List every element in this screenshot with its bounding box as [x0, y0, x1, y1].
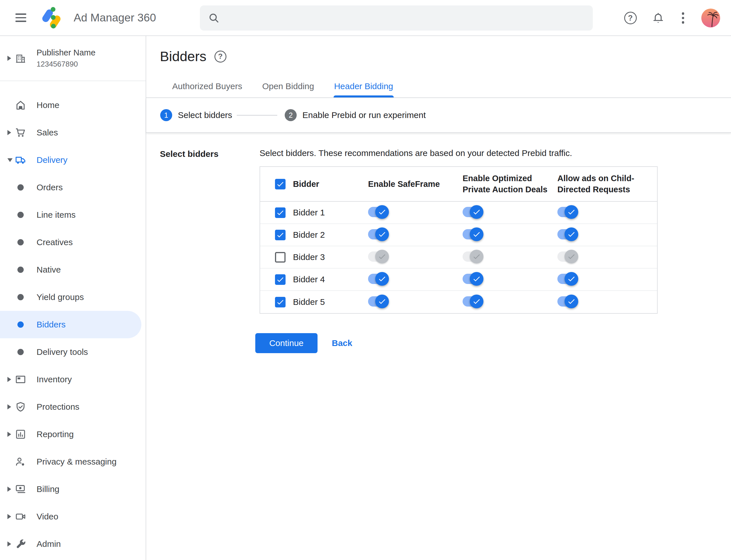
- optimized-deals-toggle[interactable]: [462, 296, 481, 307]
- sidebar-item-line-items[interactable]: Line items: [0, 201, 146, 229]
- step-connector: [237, 115, 277, 116]
- optimized-deals-toggle[interactable]: [462, 229, 481, 239]
- table-header-row: Bidder Enable SafeFrame Enable Optimized…: [260, 167, 657, 202]
- bidder-name: Bidder 5: [293, 297, 325, 307]
- bidders-table: Bidder Enable SafeFrame Enable Optimized…: [260, 166, 658, 314]
- sidebar-item-creatives[interactable]: Creatives: [0, 229, 146, 256]
- row-checkbox[interactable]: [275, 252, 286, 263]
- publisher-building-icon: [14, 52, 27, 65]
- wrench-icon: [14, 538, 27, 550]
- shield-check-icon: [14, 401, 27, 413]
- search-bar[interactable]: [200, 5, 593, 31]
- bullet-icon: [17, 294, 24, 300]
- row-checkbox[interactable]: [275, 274, 286, 285]
- step-2-label: Enable Prebid or run experiment: [303, 110, 426, 120]
- sidebar-item-privacy-messaging[interactable]: Privacy & messaging: [0, 448, 146, 475]
- select-all-checkbox[interactable]: [275, 179, 286, 189]
- child-directed-toggle[interactable]: [557, 229, 576, 239]
- safeframe-toggle[interactable]: [368, 296, 387, 307]
- safeframe-toggle[interactable]: [368, 229, 387, 239]
- row-checkbox[interactable]: [275, 297, 286, 307]
- safeframe-toggle[interactable]: [368, 274, 387, 284]
- row-checkbox[interactable]: [275, 207, 286, 218]
- top-app-bar: Ad Manager 360 ?: [0, 0, 731, 36]
- safeframe-toggle[interactable]: [368, 207, 387, 217]
- sidebar: Publisher Name 1234567890 Home: [0, 36, 146, 560]
- tab-header-bidding[interactable]: Header Bidding: [334, 78, 394, 97]
- expand-arrow-icon: [7, 404, 11, 409]
- child-directed-toggle[interactable]: [557, 207, 576, 217]
- bidder-name: Bidder 4: [293, 275, 325, 284]
- bar-chart-icon: [14, 428, 27, 441]
- expand-arrow-icon: [7, 130, 11, 135]
- row-checkbox[interactable]: [275, 230, 286, 240]
- money-icon: [14, 483, 27, 495]
- page-help-icon[interactable]: ?: [215, 51, 227, 63]
- optimized-deals-toggle[interactable]: [462, 207, 481, 217]
- main-content: Bidders ? Authorized Buyers Open Bidding…: [146, 36, 731, 560]
- bullet-icon: [17, 212, 24, 218]
- safeframe-toggle: [368, 251, 387, 262]
- sidebar-item-video[interactable]: Video: [0, 503, 146, 530]
- menu-hamburger-icon[interactable]: [15, 13, 26, 22]
- back-link[interactable]: Back: [332, 338, 353, 348]
- sidebar-item-delivery[interactable]: Delivery: [0, 146, 146, 174]
- more-options-icon[interactable]: [680, 12, 687, 24]
- truck-icon: [14, 154, 27, 166]
- expand-arrow-icon: [7, 514, 11, 519]
- bullet-icon: [17, 349, 24, 355]
- optimized-deals-toggle: [462, 251, 481, 262]
- column-header-bidder: Bidder: [293, 179, 319, 189]
- avatar[interactable]: [701, 9, 720, 27]
- sidebar-item-admin[interactable]: Admin: [0, 530, 146, 558]
- sidebar-item-inventory[interactable]: Inventory: [0, 366, 146, 393]
- video-camera-icon: [14, 510, 27, 523]
- sidebar-item-protections[interactable]: Protections: [0, 393, 146, 421]
- continue-button[interactable]: Continue: [255, 333, 318, 353]
- column-header-safeframe: Enable SafeFrame: [368, 179, 462, 190]
- inventory-icon: [14, 373, 27, 386]
- publisher-id: 1234567890: [37, 60, 95, 69]
- sidebar-item-yield-groups[interactable]: Yield groups: [0, 283, 146, 311]
- cart-icon: [14, 126, 27, 139]
- step-2-circle: 2: [285, 109, 297, 121]
- search-icon: [208, 12, 220, 24]
- home-icon: [14, 99, 27, 111]
- sidebar-item-orders[interactable]: Orders: [0, 174, 146, 201]
- optimized-deals-toggle[interactable]: [462, 274, 481, 284]
- child-directed-toggle[interactable]: [557, 274, 576, 284]
- sidebar-nav: Home Sales: [0, 81, 146, 558]
- expand-arrow-icon: [7, 56, 11, 61]
- sidebar-item-delivery-tools[interactable]: Delivery tools: [0, 338, 146, 366]
- publisher-name: Publisher Name: [37, 48, 95, 57]
- sidebar-item-reporting[interactable]: Reporting: [0, 421, 146, 448]
- sidebar-item-native[interactable]: Native: [0, 256, 146, 283]
- expand-arrow-icon: [7, 432, 11, 437]
- step-1-circle: 1: [160, 109, 172, 121]
- bidder-name: Bidder 1: [293, 208, 325, 217]
- sidebar-item-bidders[interactable]: Bidders: [0, 311, 141, 338]
- child-directed-toggle[interactable]: [557, 296, 576, 307]
- tab-open-bidding[interactable]: Open Bidding: [262, 78, 315, 97]
- app-title: Ad Manager 360: [74, 11, 156, 24]
- table-row: Bidder 4: [260, 269, 657, 291]
- publisher-selector[interactable]: Publisher Name 1234567890: [0, 36, 146, 81]
- collapse-arrow-icon: [7, 158, 13, 162]
- notifications-bell-icon[interactable]: [652, 11, 665, 25]
- ad-manager-logo: [42, 5, 65, 30]
- step-1-label: Select bidders: [178, 110, 232, 120]
- stepper: 1 Select bidders 2 Enable Prebid or run …: [146, 98, 731, 133]
- bullet-icon: [17, 184, 24, 191]
- section-description: Select bidders. These recommendations ar…: [260, 148, 731, 158]
- sidebar-item-sales[interactable]: Sales: [0, 119, 146, 146]
- sidebar-item-home[interactable]: Home: [0, 91, 146, 119]
- search-input[interactable]: [226, 13, 593, 23]
- tab-authorized-buyers[interactable]: Authorized Buyers: [172, 78, 243, 97]
- expand-arrow-icon: [7, 541, 11, 547]
- table-row: Bidder 2: [260, 224, 657, 246]
- sidebar-item-billing[interactable]: Billing: [0, 475, 146, 503]
- table-row: Bidder 1: [260, 202, 657, 224]
- page-title: Bidders: [160, 49, 207, 64]
- column-header-optimized-deals: Enable Optimized Private Auction Deals: [462, 173, 557, 195]
- help-icon[interactable]: ?: [624, 12, 637, 24]
